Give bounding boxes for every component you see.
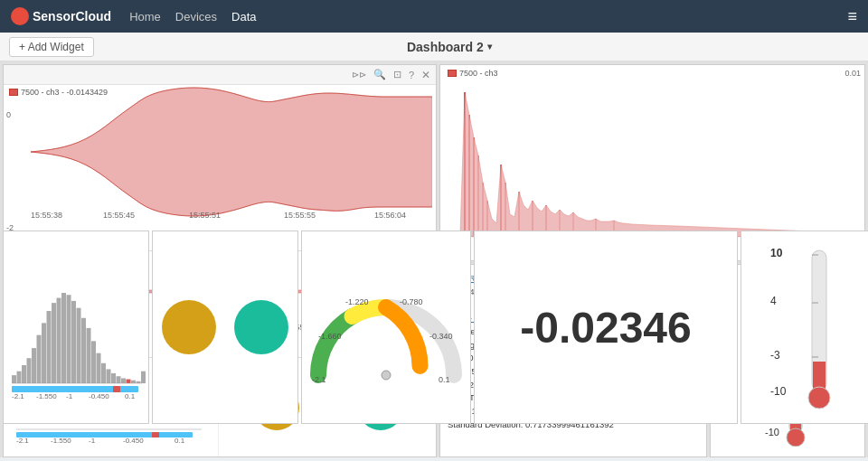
svg-rect-63 xyxy=(52,303,56,383)
svg-rect-70 xyxy=(87,328,91,383)
upper-waveform-svg: 15:55:38 15:55:45 15:55:51 15:55:55 15:5… xyxy=(31,85,436,219)
dashboard-dropdown-icon[interactable]: ▾ xyxy=(487,42,492,52)
bottom-section: -2.1 -1.550 -1 -0.450 0.1 -2.1 -1.660 -1… xyxy=(3,230,865,424)
svg-rect-61 xyxy=(42,323,46,383)
svg-text:-2.1: -2.1 xyxy=(312,375,326,384)
svg-rect-76 xyxy=(117,376,121,383)
dashboard-title-text: Dashboard 2 xyxy=(407,40,484,54)
svg-text:15:56:04: 15:56:04 xyxy=(374,211,406,219)
svg-text:0.1: 0.1 xyxy=(175,437,185,445)
svg-rect-60 xyxy=(37,335,42,383)
svg-rect-65 xyxy=(61,293,66,383)
nav-devices[interactable]: Devices xyxy=(175,10,217,24)
dial-svg: -2.1 -1.660 -1.220 -0.780 -0.340 0.1 xyxy=(305,240,467,416)
svg-rect-56 xyxy=(17,372,22,383)
svg-text:0.1: 0.1 xyxy=(125,392,136,400)
svg-point-109 xyxy=(808,387,830,409)
svg-text:-0.450: -0.450 xyxy=(89,392,109,400)
svg-text:-10: -10 xyxy=(765,427,779,437)
toolbar-skip-icon[interactable]: ⊳⊳ xyxy=(352,70,366,80)
logo-icon xyxy=(11,7,29,25)
svg-rect-71 xyxy=(91,341,96,383)
dial-widget: -2.1 -1.660 -1.220 -0.780 -0.340 0.1 xyxy=(301,230,471,424)
circle-orange xyxy=(162,300,216,354)
svg-text:15:55:45: 15:55:45 xyxy=(103,211,135,219)
thermometer-widget-main: 10 4 -3 -10 xyxy=(741,230,868,424)
waveform-toolbar: ⊳⊳ 🔍 ⊡ ? ✕ xyxy=(4,65,436,85)
svg-rect-69 xyxy=(81,318,86,383)
svg-point-91 xyxy=(382,371,391,380)
svg-text:-1.550: -1.550 xyxy=(36,392,57,400)
svg-rect-72 xyxy=(97,353,101,383)
svg-text:-1: -1 xyxy=(89,437,96,445)
thermo-main-svg: 10 4 -3 -10 xyxy=(769,237,841,418)
svg-rect-57 xyxy=(22,365,26,383)
svg-text:-1.550: -1.550 xyxy=(51,437,71,445)
svg-rect-75 xyxy=(111,373,116,383)
numeric-widget: -0.02346 xyxy=(474,230,738,424)
svg-rect-15 xyxy=(152,432,159,437)
svg-text:-3: -3 xyxy=(770,349,780,362)
svg-point-50 xyxy=(787,428,805,447)
upper-waveform-chart: 7500 - ch3 - -0.0143429 0 -2 15:55:38 xyxy=(4,85,436,251)
svg-rect-78 xyxy=(127,380,131,383)
circle-teal xyxy=(234,300,288,354)
svg-rect-80 xyxy=(137,381,141,383)
svg-rect-77 xyxy=(121,378,126,383)
svg-rect-73 xyxy=(101,363,106,383)
svg-text:-0.340: -0.340 xyxy=(429,332,453,341)
svg-text:-1.660: -1.660 xyxy=(318,332,342,341)
nav-data[interactable]: Data xyxy=(231,10,256,24)
svg-text:-10: -10 xyxy=(770,385,787,398)
svg-rect-79 xyxy=(131,381,136,383)
dashboard-title: Dashboard 2 ▾ xyxy=(407,40,492,54)
svg-rect-59 xyxy=(32,348,36,383)
nav-home[interactable]: Home xyxy=(129,10,161,24)
svg-text:-2.1: -2.1 xyxy=(16,437,29,445)
add-widget-button[interactable]: + Add Widget xyxy=(9,37,94,57)
toolbar-fit-icon[interactable]: ⊡ xyxy=(393,69,401,80)
histogram-main-svg: -2.1 -1.550 -1 -0.450 0.1 xyxy=(7,261,146,419)
svg-rect-58 xyxy=(27,358,32,383)
svg-text:15:55:55: 15:55:55 xyxy=(284,211,316,219)
svg-text:-2.1: -2.1 xyxy=(12,392,24,400)
svg-line-90 xyxy=(354,330,386,375)
svg-text:4: 4 xyxy=(770,295,777,307)
svg-rect-67 xyxy=(71,301,76,383)
svg-rect-14 xyxy=(16,432,193,437)
logo: SensorCloud xyxy=(11,7,111,25)
histogram-widget-main: -2.1 -1.550 -1 -0.450 0.1 xyxy=(3,230,149,424)
toolbar-zoom-icon[interactable]: 🔍 xyxy=(373,69,386,80)
header: SensorCloud Home Devices Data ≡ xyxy=(0,0,868,33)
legend-color-box xyxy=(9,89,18,96)
logo-text: SensorCloud xyxy=(33,9,111,24)
svg-text:10: 10 xyxy=(770,247,783,259)
toolbar-help-icon[interactable]: ? xyxy=(409,70,414,80)
spectrum-svg: 0Hz 500Hz 1000Hz 1500Hz 2000Hz xyxy=(451,65,865,253)
svg-text:-1: -1 xyxy=(66,392,73,400)
toolbar: + Add Widget Dashboard 2 ▾ xyxy=(0,33,868,61)
svg-text:-0.780: -0.780 xyxy=(400,297,423,306)
numeric-value: -0.02346 xyxy=(520,303,692,353)
svg-rect-104 xyxy=(813,362,826,363)
svg-text:0.1: 0.1 xyxy=(439,375,450,384)
svg-rect-55 xyxy=(12,375,16,383)
circles-main-widget xyxy=(152,230,298,424)
svg-text:-1.220: -1.220 xyxy=(345,297,369,306)
hamburger-icon[interactable]: ≡ xyxy=(847,7,857,26)
svg-rect-74 xyxy=(107,369,111,383)
svg-text:-0.450: -0.450 xyxy=(123,437,144,445)
svg-rect-81 xyxy=(141,372,146,383)
svg-text:15:55:51: 15:55:51 xyxy=(189,211,221,219)
svg-rect-66 xyxy=(67,295,71,383)
y-label-top: 0 xyxy=(6,110,11,119)
svg-rect-64 xyxy=(57,298,61,383)
svg-rect-68 xyxy=(77,308,81,383)
svg-rect-62 xyxy=(47,311,52,383)
svg-rect-21 xyxy=(451,79,861,237)
toolbar-close-icon[interactable]: ✕ xyxy=(421,69,430,81)
svg-text:15:55:38: 15:55:38 xyxy=(31,211,62,219)
svg-rect-84 xyxy=(113,386,120,392)
